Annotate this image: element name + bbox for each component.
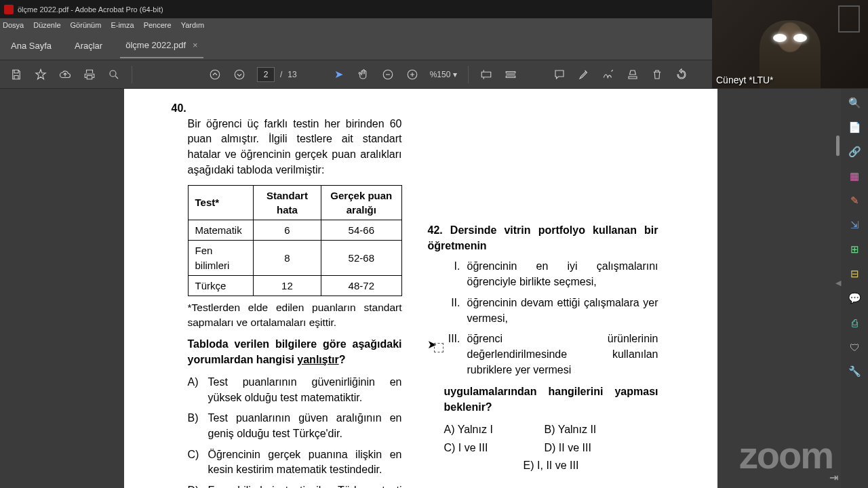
table-row: Fen bilimleri852-68 [188,241,401,276]
organize-icon[interactable]: ⊞ [847,242,862,257]
read-mode-icon[interactable] [504,68,517,81]
table-row: Türkçe1248-72 [188,276,401,296]
page-total: 13 [288,70,296,79]
form-icon[interactable]: ⊟ [847,266,862,281]
combine-icon[interactable]: 🔗 [847,144,862,159]
close-tab-icon[interactable]: × [193,40,198,50]
cloud-upload-icon[interactable] [58,68,72,81]
q40-table: Test* Standart hata Gerçek puan aralığı … [188,185,402,297]
column-right: 42. Dersinde vitrin portfolyo kullanan b… [428,101,658,488]
table-row: Matematik654-66 [188,220,401,241]
menu-help[interactable]: Yardım [181,21,205,29]
print-icon[interactable] [83,68,96,81]
zoom-out-icon[interactable] [381,68,395,81]
page-up-icon[interactable] [208,68,222,81]
q42-number: 42. [428,224,443,236]
q42-ask: uygulamalarından hangilerini yapması bek… [444,384,658,415]
export-icon[interactable]: ⇲ [847,218,862,232]
q42-text: Dersinde vitrin portfolyo kullanan bir ö… [428,224,658,251]
th-test: Test* [188,185,253,220]
scrollbar-thumb[interactable] [836,136,840,156]
page-separator: / [280,70,282,79]
webcam-name: Cüneyt *LTU* [716,75,774,85]
menu-window[interactable]: Pencere [144,21,172,29]
more-tools-icon[interactable]: 🔧 [847,364,862,379]
q40-ask: Tabloda verilen bilgilere göre aşağıdaki… [188,337,402,367]
webcam-overlay: Cüneyt *LTU* [712,0,868,88]
chevron-down-icon: ▾ [453,70,457,79]
page-input[interactable] [257,67,275,82]
edit-pdf-icon[interactable]: ▦ [847,169,862,184]
comment-icon[interactable] [553,68,566,81]
tools-sidebar: 🔍 📄 🔗 ▦ ✎ ⇲ ⊞ ⊟ 💬 ⎙ 🛡 🔧 ◀ [841,89,868,488]
zoom-in-icon[interactable] [406,68,419,81]
q40-number: 40. [172,102,186,114]
create-pdf-icon[interactable]: 📄 [847,120,862,135]
menu-view[interactable]: Görünüm [71,21,102,29]
th-err: Standart hata [253,185,321,220]
protect-icon[interactable]: 🛡 [847,340,862,354]
tab-tools[interactable]: Araçlar [69,34,108,58]
trash-icon[interactable] [650,68,664,81]
tab-document[interactable]: ölçme 2022.pdf × [120,33,203,58]
menu-edit[interactable]: Düzenle [33,21,60,29]
highlight-icon[interactable] [577,68,591,81]
fit-width-icon[interactable] [479,68,493,81]
q42-options: A) Yalnız I B) Yalnız II C) I ve III D) … [444,422,658,474]
sidebar-collapse-icon[interactable]: ◀ [835,279,841,287]
save-icon[interactable] [9,68,23,81]
hand-icon[interactable] [357,68,370,81]
pdf-page: 40. Bir öğrenci üç farklı testin her bir… [124,89,717,488]
page-down-icon[interactable] [233,68,246,81]
comment-tool-icon[interactable]: 💬 [847,291,862,306]
zoom-level[interactable]: %150 ▾ [430,70,457,79]
signature-icon[interactable]: ✎ [847,193,862,208]
column-left: 40. Bir öğrenci üç farklı testin her bir… [172,101,402,488]
search-tool-icon[interactable]: 🔍 [847,96,862,110]
zoom-logo: zoom [739,433,833,477]
tab-home[interactable]: Ana Sayfa [5,34,57,58]
tab-document-label: ölçme 2022.pdf [125,40,186,50]
menu-esign[interactable]: E-imza [111,21,134,29]
q40-options: A)Test puanlarının güvenirliğinin en yük… [188,375,402,488]
window-title: ölçme 2022.pdf - Adobe Acrobat Pro (64-b… [18,5,163,14]
tab-tools-label: Araçlar [75,41,102,51]
th-range: Gerçek puan aralığı [321,185,401,220]
menu-file[interactable]: Dosya [3,21,24,29]
scan-icon[interactable]: ⎙ [847,315,862,330]
star-icon[interactable] [34,68,47,81]
svg-point-2 [235,70,244,79]
document-viewport[interactable]: 40. Bir öğrenci üç farklı testin her bir… [0,89,841,488]
rotate-icon[interactable] [675,68,688,81]
pdf-file-icon [4,5,14,14]
q40-note: *Testlerden elde edilen puanların standa… [188,300,402,330]
page-indicator: / 13 [257,67,297,82]
svg-point-1 [210,70,220,79]
q42-roman: I.öğrencinin en iyi çalışmalarını öğrenc… [444,259,658,378]
svg-point-0 [110,70,116,77]
stamp-icon[interactable] [626,68,639,81]
q40-text: Bir öğrenci üç farklı testin her birinde… [188,117,402,178]
tab-home-label: Ana Sayfa [11,41,52,51]
sign-icon[interactable] [601,68,615,81]
select-arrow-icon[interactable]: ➤ [332,68,346,81]
search-icon[interactable] [107,68,121,81]
